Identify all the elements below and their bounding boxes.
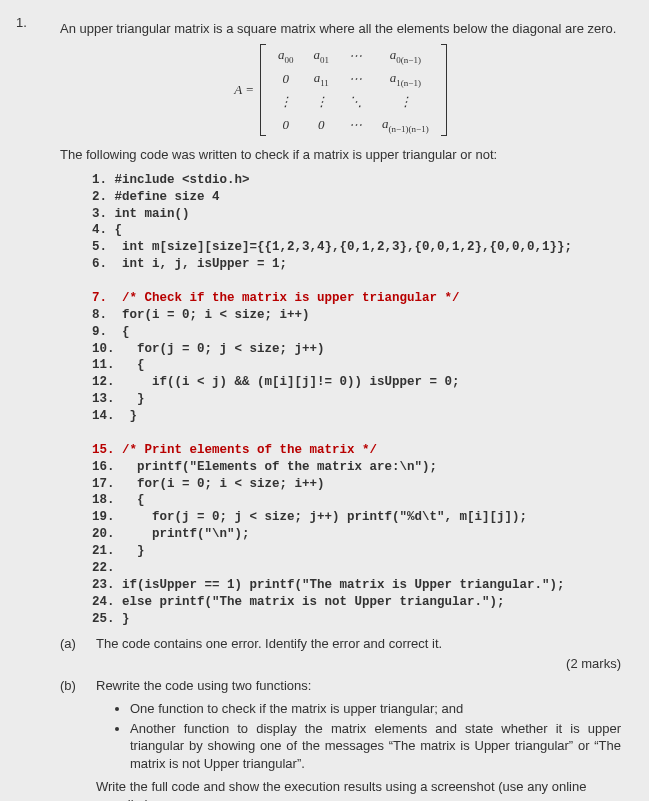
part-a-text: The code contains one error. Identify th… [96,635,621,653]
matrix-lhs: A = [234,81,254,99]
part-b-label: (b) [60,677,96,801]
part-b-bullets: One function to check if the matrix is u… [130,700,621,772]
question-content: An upper triangular matrix is a square m… [60,14,621,801]
matrix-body: a00 a01 ⋯ a0(n−1) 0 a11 ⋯ a1(n−1) ⋮ ⋮ [268,44,439,137]
matrix-display: A = a00 a01 ⋯ a0(n−1) 0 a11 ⋯ a1(n−1) [60,44,621,137]
part-a-marks: (2 marks) [96,655,621,673]
lead-text: The following code was written to check … [60,146,621,164]
bracket-left [260,44,266,137]
question-number: 1. [16,14,60,801]
part-a-label: (a) [60,635,96,672]
question-block: 1. An upper triangular matrix is a squar… [16,14,621,801]
part-b: (b) Rewrite the code using two functions… [60,677,621,801]
part-b-text: Rewrite the code using two functions: [96,677,621,695]
part-b-bullet-2: Another function to display the matrix e… [130,720,621,773]
bracket-right [441,44,447,137]
code-block: 1. #include <stdio.h> 2. #define size 4 … [92,172,621,628]
part-b-tail: Write the full code and show the executi… [96,778,621,801]
part-b-bullet-1: One function to check if the matrix is u… [130,700,621,718]
part-a: (a) The code contains one error. Identif… [60,635,621,672]
intro-text: An upper triangular matrix is a square m… [60,20,621,38]
